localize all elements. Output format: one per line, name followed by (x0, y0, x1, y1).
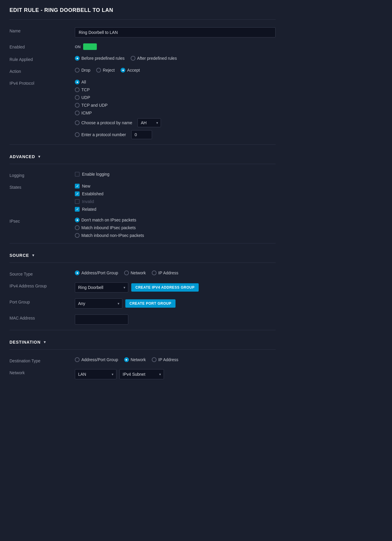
states-label: States (10, 184, 75, 190)
action-reject-option[interactable]: Reject (96, 68, 115, 73)
page-title: EDIT RULE - RING DOORBELL TO LAN (10, 7, 276, 13)
proto-name-select-wrapper: AH ESP GRE OSPF ▼ (137, 118, 161, 127)
mac-address-control (75, 314, 276, 325)
name-input[interactable] (75, 27, 276, 37)
ipsec-noninbound-radio (75, 233, 80, 238)
enabled-label: Enabled (10, 43, 75, 49)
rule-before-option[interactable]: Before predefined rules (75, 56, 125, 61)
src-network-radio (124, 270, 129, 275)
ipv4-protocol-control: All TCP UDP (75, 80, 276, 139)
subnet-select[interactable]: IPv4 Subnet IPv6 Subnet (119, 369, 164, 379)
logging-control: Enable logging (75, 172, 276, 177)
proto-udp-label: UDP (81, 95, 90, 100)
proto-all-option[interactable]: All (75, 80, 86, 84)
proto-name-select[interactable]: AH ESP GRE OSPF (137, 118, 161, 127)
destination-chevron-icon: ▼ (43, 340, 47, 344)
destination-divider (10, 330, 276, 330)
proto-tcp-radio (75, 87, 80, 92)
destination-type-control: Address/Port Group Network IP Address (75, 357, 276, 362)
state-new-option[interactable]: New (75, 184, 103, 188)
action-drop-label: Drop (81, 68, 90, 73)
proto-icmp-label: ICMP (81, 111, 92, 115)
ipv4-group-control: Ring Doorbell Custom ▼ CREATE IPV4 ADDRE… (75, 282, 276, 292)
rule-applied-label: Rule Applied (10, 56, 75, 62)
source-section-header[interactable]: SOURCE ▼ (10, 248, 276, 260)
dst-network-option[interactable]: Network (124, 357, 146, 362)
proto-icmp-option[interactable]: ICMP (75, 111, 92, 115)
source-title: SOURCE (10, 253, 29, 258)
logging-row: Logging Enable logging (10, 169, 276, 181)
protocol-stack: All TCP UDP (75, 80, 161, 139)
action-accept-option[interactable]: Accept (121, 68, 140, 73)
name-label: Name (10, 27, 75, 33)
network-select-wrapper: LAN WAN VLAN10 VLAN20 ▼ (75, 369, 116, 379)
subnet-select-wrapper: IPv4 Subnet IPv6 Subnet ▼ (119, 369, 164, 379)
create-ipv4-group-button[interactable]: CREATE IPV4 ADDRESS GROUP (131, 283, 199, 292)
ipv4-group-label: IPv4 Address Group (10, 282, 75, 288)
enabled-toggle[interactable] (83, 43, 97, 50)
source-type-control: Address/Port Group Network IP Address (75, 270, 276, 275)
src-network-option[interactable]: Network (124, 270, 146, 275)
port-group-select-wrapper: Any Custom ▼ (75, 298, 122, 309)
advanced-section-header[interactable]: ADVANCED ▼ (10, 150, 276, 161)
ipsec-inbound-option[interactable]: Match inbound IPsec packets (75, 225, 144, 230)
dst-ip-radio (152, 357, 157, 362)
src-addr-group-option[interactable]: Address/Port Group (75, 270, 118, 275)
states-stack: New Established Invalid Related (75, 184, 103, 212)
proto-number-input[interactable] (131, 130, 152, 139)
src-ip-option[interactable]: IP Address (152, 270, 178, 275)
proto-tcpudp-option[interactable]: TCP and UDP (75, 103, 108, 108)
dst-ip-option[interactable]: IP Address (152, 357, 178, 362)
proto-all-row: All (75, 80, 161, 84)
proto-bynumber-row: Enter a protocol number (75, 130, 161, 139)
destination-section-header[interactable]: DESTINATION ▼ (10, 335, 276, 347)
proto-tcp-option[interactable]: TCP (75, 87, 90, 92)
source-type-row: Source Type Address/Port Group Network I… (10, 268, 276, 279)
advanced-chevron-icon: ▼ (37, 155, 41, 159)
state-new-label: New (82, 184, 90, 188)
action-accept-label: Accept (127, 68, 140, 73)
rule-applied-row: Rule Applied Before predefined rules Aft… (10, 53, 276, 65)
proto-udp-option[interactable]: UDP (75, 95, 90, 100)
state-new-checkbox (75, 184, 80, 188)
ipv4-group-select[interactable]: Ring Doorbell Custom (75, 282, 128, 292)
dst-addr-group-radio (75, 357, 80, 362)
advanced-title: ADVANCED (10, 154, 35, 159)
proto-tcpudp-row: TCP and UDP (75, 103, 161, 108)
destination-bottom-divider (10, 349, 276, 350)
enable-logging-option[interactable]: Enable logging (75, 172, 110, 177)
state-established-option[interactable]: Established (75, 191, 103, 196)
proto-udp-row: UDP (75, 95, 161, 100)
port-group-select[interactable]: Any Custom (75, 298, 122, 309)
proto-icmp-radio (75, 111, 80, 115)
action-row: Action Drop Reject Accept (10, 65, 276, 77)
mac-address-input[interactable] (75, 314, 128, 325)
proto-bynumber-option[interactable]: Enter a protocol number (75, 132, 126, 137)
rule-after-option[interactable]: After predefined rules (131, 56, 177, 61)
title-divider (10, 19, 276, 20)
proto-tcp-label: TCP (81, 87, 90, 92)
source-type-label: Source Type (10, 270, 75, 276)
ipsec-stack: Don't match on IPsec packets Match inbou… (75, 218, 144, 238)
proto-all-radio (75, 80, 80, 84)
src-ip-radio (152, 270, 157, 275)
action-control: Drop Reject Accept (75, 68, 276, 73)
mac-address-label: MAC Address (10, 314, 75, 320)
network-select[interactable]: LAN WAN VLAN10 VLAN20 (75, 369, 116, 379)
action-accept-radio (121, 68, 125, 73)
state-invalid-option[interactable]: Invalid (75, 199, 103, 204)
action-reject-label: Reject (103, 68, 115, 73)
src-network-label: Network (131, 270, 146, 275)
proto-byname-option[interactable]: Choose a protocol by name (75, 120, 132, 125)
dst-addr-group-option[interactable]: Address/Port Group (75, 357, 118, 362)
action-drop-option[interactable]: Drop (75, 68, 90, 73)
name-row: Name (10, 24, 276, 40)
ipsec-noninbound-option[interactable]: Match inbound non-IPsec packets (75, 233, 144, 238)
create-port-group-button[interactable]: CREATE PORT GROUP (125, 299, 176, 308)
toggle-container: ON (75, 43, 97, 50)
ipsec-control: Don't match on IPsec packets Match inbou… (75, 218, 276, 238)
state-related-option[interactable]: Related (75, 207, 103, 212)
ipsec-dont-option[interactable]: Don't match on IPsec packets (75, 218, 144, 222)
rule-after-radio (131, 56, 135, 61)
dst-network-label: Network (131, 357, 146, 362)
